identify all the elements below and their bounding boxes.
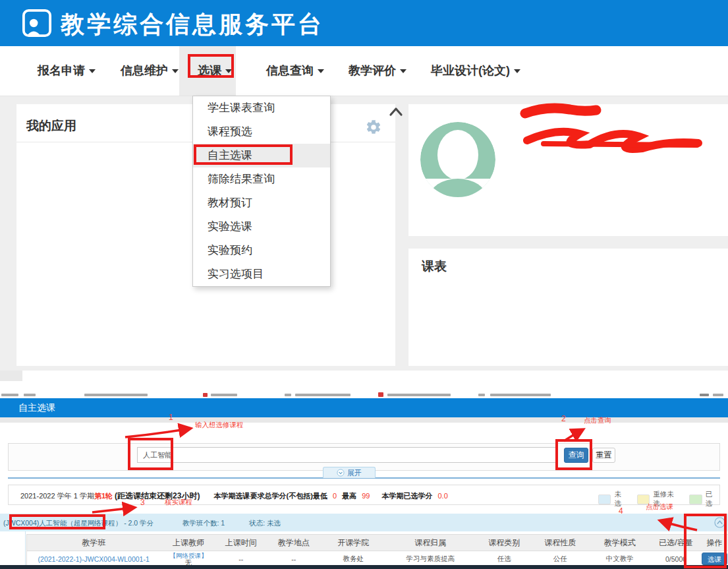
bookmark-item [285, 394, 291, 396]
caret-down-icon [225, 69, 232, 73]
nature-cell: 公任 [532, 551, 588, 566]
time-cell: -- [217, 551, 266, 566]
bookmark-item [387, 394, 451, 396]
bookmark-icon [378, 392, 383, 397]
reset-button[interactable]: 重置 [592, 448, 615, 463]
menu-item-course-preselect[interactable]: 课程预选 [193, 120, 330, 144]
subpage-title: 自主选课 [18, 402, 55, 414]
semester-info: 2021-2022 学年 1 学期第1轮 (距选课结束还剩23小时) 本学期选课… [20, 491, 451, 502]
teaching-tag: 【网络授课】 [169, 553, 207, 559]
bookmark-item [295, 394, 350, 396]
col-header: 上课教师 [160, 535, 216, 551]
nav-item-teaching-eval[interactable]: 教学评价 [349, 63, 406, 80]
query-button[interactable]: 查询 [564, 448, 588, 463]
place-cell: -- [266, 551, 322, 566]
annotation-arrow-2 [564, 430, 582, 441]
expand-toggle[interactable]: 展开 [323, 467, 376, 478]
menu-item-lab-reserve[interactable]: 实验预约 [193, 239, 330, 262]
nav-item-graduation-design[interactable]: 毕业设计(论文) [431, 63, 520, 80]
col-header: 课程性质 [532, 535, 588, 551]
course-select-dropdown: 学生课表查询 课程预选 自主选课 筛除结果查询 教材预订 实验选课 实验预约 实… [192, 96, 331, 287]
bookmark-item [713, 394, 723, 396]
legend-swatch-selected [689, 494, 702, 504]
course-class-count: 教学班个数: 1 [182, 519, 225, 527]
chevron-up-icon[interactable] [389, 107, 403, 117]
bookmark-item [211, 394, 237, 396]
nav-item-info-maintain[interactable]: 信息维护 [121, 63, 179, 80]
nav-item-course-select[interactable]: 选课 [198, 63, 232, 80]
class-id-cell: (2021-2022-1)-JWCX004-WL0001-1 [27, 551, 160, 566]
platform-logo-icon [22, 8, 52, 38]
circle-chevron-down-icon [337, 469, 345, 477]
course-name: (JWCX004)人工智能（超星网络课程） - 2.0 学分 [3, 519, 154, 527]
legend-label: 已选 [706, 490, 719, 508]
status-legend: 未选 重修未选 已选 [598, 490, 728, 508]
menu-item-self-course-select[interactable]: 自主选课 [193, 144, 330, 167]
college-cell: 教务处 [322, 551, 385, 566]
col-header: 已选/容量 [652, 535, 701, 551]
category-cell: 任选 [476, 551, 532, 566]
app-title: 教学综合信息服务平台 [61, 9, 324, 41]
schedule-card: 课表 [408, 249, 728, 366]
table-row: (2021-2022-1)-JWCX004-WL0001-1 【网络授课】 无 … [27, 551, 728, 566]
nav-item-enroll[interactable]: 报名申请 [38, 63, 96, 80]
course-search-input[interactable]: 人工智能 [137, 447, 557, 463]
bookmarks-bar [0, 392, 728, 398]
col-header: 操作 [700, 535, 728, 551]
gear-icon[interactable] [365, 119, 382, 136]
class-table: 教学班 上课教师 上课时间 教学地点 开课学院 课程归属 课程类别 课程性质 教… [26, 534, 728, 566]
menu-item-textbook-order[interactable]: 教材预订 [193, 191, 330, 215]
annotation-arrow-3 [92, 508, 134, 512]
bottom-edge [0, 565, 728, 569]
course-group-header[interactable]: (JWCX004)人工智能（超星网络课程） - 2.0 学分 教学班个数: 1 … [0, 514, 728, 531]
menu-item-filter-result-query[interactable]: 筛除结果查询 [193, 167, 330, 191]
belong-cell: 学习与素质提高 [385, 551, 476, 566]
collapse-circle-icon[interactable] [714, 517, 725, 528]
menu-item-lab-course-select[interactable]: 实验选课 [193, 215, 330, 239]
col-header: 开课学院 [322, 535, 385, 551]
teacher-cell: 【网络授课】 无 [160, 551, 216, 566]
capacity-cell: 0/5000 [652, 551, 701, 566]
col-header: 上课时间 [217, 535, 266, 551]
col-header: 教学班 [27, 535, 160, 551]
nav-item-info-query[interactable]: 信息查询 [266, 63, 324, 80]
bookmark-item [84, 394, 148, 396]
col-header: 教学模式 [588, 535, 652, 551]
bookmark-item [1, 394, 18, 396]
subpage-titlebar: 自主选课 [0, 398, 728, 417]
teacher-name: 无 [185, 559, 192, 566]
schedule-title: 课表 [422, 258, 447, 275]
table-header-row: 教学班 上课教师 上课时间 教学地点 开课学院 课程归属 课程类别 课程性质 教… [27, 534, 728, 551]
subpage-strip [0, 417, 728, 423]
course-status: 状态: 未选 [249, 519, 281, 527]
mode-cell: 中文教学 [588, 551, 652, 566]
my-apps-title: 我的应用 [26, 117, 76, 135]
col-header: 教学地点 [266, 535, 322, 551]
action-cell: 选课 [700, 551, 728, 566]
col-header: 课程归属 [385, 535, 476, 551]
bookmark-item [478, 394, 485, 396]
expand-label: 展开 [347, 468, 362, 478]
caret-down-icon [172, 69, 179, 73]
divider [25, 531, 26, 565]
screenshot-stage: 教学综合信息服务平台 报名申请 信息维护 选课 信息查询 教学评价 毕业设计(论… [0, 0, 728, 569]
annotation-arrow-1 [125, 429, 190, 437]
caret-down-icon [318, 69, 324, 73]
legend-swatch-unselected [598, 494, 611, 504]
col-header: 课程类别 [476, 535, 532, 551]
legend-swatch-retake [637, 494, 650, 504]
bookmark-item [700, 394, 709, 396]
bookmark-icon [203, 393, 208, 397]
profile-card [408, 104, 728, 236]
menu-item-internship-select[interactable]: 实习选项目 [193, 262, 330, 286]
bookmark-item [24, 394, 36, 396]
bookmark-item [490, 394, 551, 396]
app-header: 教学综合信息服务平台 [0, 0, 728, 46]
caret-down-icon [514, 69, 520, 73]
caret-down-icon [89, 69, 96, 73]
legend-label: 重修未选 [653, 490, 680, 508]
page-background-edge [0, 371, 22, 381]
caret-down-icon [400, 69, 406, 73]
select-course-button[interactable]: 选课 [702, 553, 727, 565]
menu-item-student-timetable[interactable]: 学生课表查询 [193, 96, 330, 120]
